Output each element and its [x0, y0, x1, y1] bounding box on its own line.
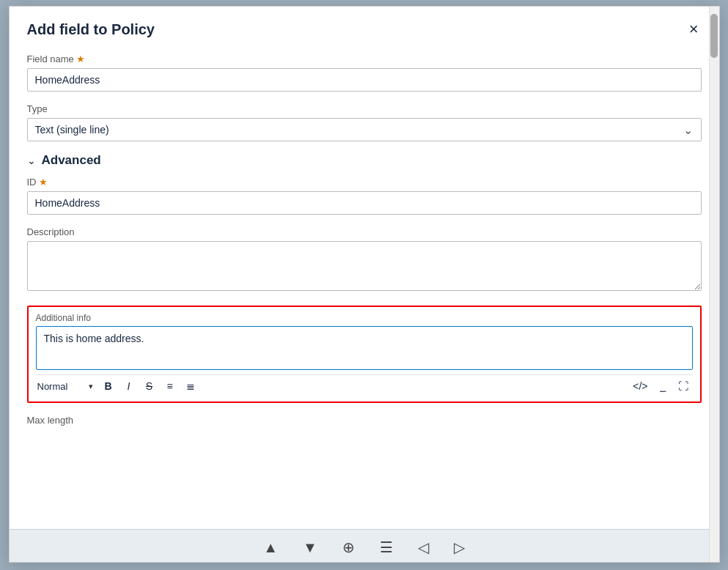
format-select-wrapper: Normal Heading 1 Heading 2 Heading 3 ▾ — [36, 380, 95, 393]
back-button[interactable]: ◁ — [412, 536, 435, 559]
code-button[interactable]: </> — [629, 378, 651, 394]
bottom-toolbar: ▲ ▼ ⊕ ☰ ◁ ▷ — [10, 529, 719, 562]
advanced-chevron-icon: ⌄ — [27, 155, 36, 166]
toolbar-right: </> ⎯ ⛶ — [629, 378, 692, 394]
advanced-label: Advanced — [42, 153, 101, 168]
code-icon: </> — [633, 380, 647, 392]
advanced-toggle[interactable]: ⌄ Advanced — [27, 153, 702, 168]
link-button[interactable]: ⎯ — [653, 378, 672, 394]
field-name-required-star: ★ — [76, 53, 85, 64]
numbered-list-button[interactable]: ≣ — [181, 378, 200, 394]
italic-button[interactable]: I — [120, 378, 139, 394]
field-name-input[interactable] — [27, 68, 702, 92]
close-button[interactable]: × — [686, 20, 702, 39]
modal-dialog: Add field to Policy × Field name ★ Type — [9, 6, 720, 563]
id-group: ID ★ — [27, 177, 702, 215]
numbered-list-icon: ≣ — [186, 380, 195, 392]
bullet-list-icon: ≡ — [166, 380, 172, 392]
description-textarea[interactable] — [27, 241, 702, 291]
id-label: ID ★ — [27, 177, 702, 188]
scrollbar-track[interactable] — [709, 7, 719, 562]
max-length-label: Max length — [27, 415, 702, 426]
advanced-section: ⌄ Advanced ID ★ Description — [27, 153, 702, 426]
italic-icon: I — [128, 380, 130, 392]
forward-button[interactable]: ▷ — [448, 536, 471, 559]
modal-header: Add field to Policy × — [10, 7, 719, 48]
field-name-label: Field name ★ — [27, 53, 702, 64]
add-button[interactable]: ⊕ — [337, 536, 361, 559]
modal-body: Field name ★ Type Text (single line) Tex… — [10, 48, 719, 529]
type-select[interactable]: Text (single line) Text (multi line) Num… — [27, 118, 702, 141]
image-button[interactable]: ⛶ — [674, 378, 693, 394]
id-required-star: ★ — [39, 177, 48, 188]
id-input[interactable] — [27, 191, 702, 215]
description-group: Description — [27, 226, 702, 294]
format-select[interactable]: Normal Heading 1 Heading 2 Heading 3 — [36, 380, 95, 393]
modal-title: Add field to Policy — [27, 21, 155, 38]
bullet-list-button[interactable]: ≡ — [161, 378, 180, 394]
type-select-wrapper: Text (single line) Text (multi line) Num… — [27, 118, 702, 141]
bold-button[interactable]: B — [99, 378, 118, 394]
scroll-down-button[interactable]: ▼ — [297, 536, 323, 559]
scrollbar-thumb[interactable] — [710, 14, 718, 58]
menu-button[interactable]: ☰ — [374, 536, 399, 559]
additional-info-editor[interactable]: This is home address. — [36, 326, 693, 370]
image-icon: ⛶ — [678, 380, 688, 392]
field-name-group: Field name ★ — [27, 53, 702, 92]
scroll-up-button[interactable]: ▲ — [257, 536, 284, 559]
type-group: Type Text (single line) Text (multi line… — [27, 103, 702, 141]
strikethrough-button[interactable]: S — [140, 378, 159, 394]
link-icon: ⎯ — [660, 380, 666, 392]
rich-toolbar: Normal Heading 1 Heading 2 Heading 3 ▾ B… — [36, 374, 693, 396]
modal-overlay: Add field to Policy × Field name ★ Type — [0, 0, 728, 570]
additional-info-label: Additional info — [36, 313, 693, 323]
strikethrough-icon: S — [146, 380, 152, 392]
max-length-group: Max length — [27, 415, 702, 426]
description-label: Description — [27, 226, 702, 237]
additional-info-section: Additional info This is home address. No… — [27, 306, 702, 403]
type-label: Type — [27, 103, 702, 114]
bold-icon: B — [104, 380, 111, 392]
